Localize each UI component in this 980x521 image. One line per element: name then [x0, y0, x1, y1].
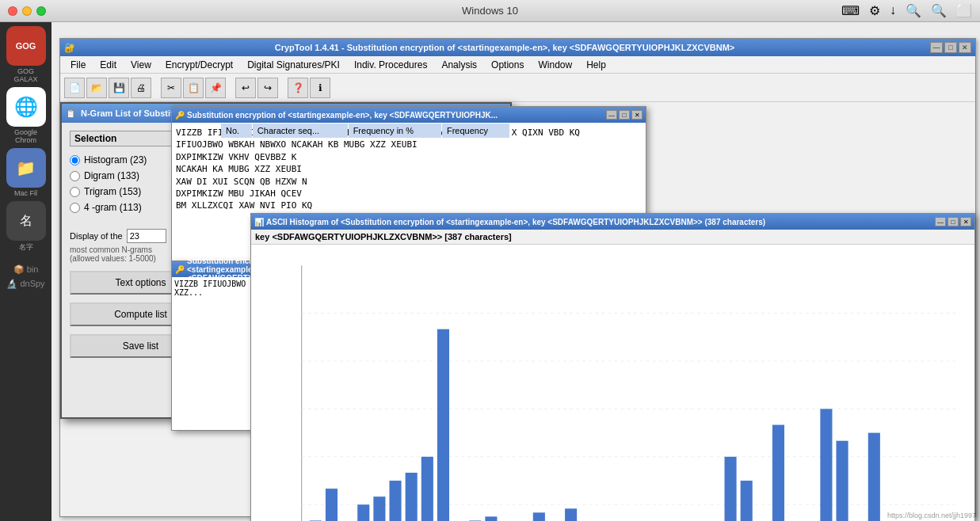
col-freq: Frequency — [441, 124, 509, 139]
cryptool-icon: 🔐 — [64, 43, 75, 53]
minimize-dot[interactable] — [22, 6, 32, 16]
mac-icons: ⌨ ⚙ ↓ 🔍 🔍 ⬜ — [841, 3, 972, 18]
menu-bar: File Edit View Encrypt/Decrypt Digital S… — [60, 56, 975, 74]
toolbar-undo[interactable]: ↩ — [235, 78, 256, 98]
sidebar-item-chrome[interactable]: 🌐 — [6, 87, 46, 127]
svg-rect-21 — [533, 512, 545, 521]
radio-digram-label: Digram (133) — [84, 170, 139, 181]
menu-analysis[interactable]: Analysis — [435, 58, 483, 72]
toolbar-cut[interactable]: ✂ — [161, 78, 181, 98]
sidebar-item-name[interactable]: 名 — [6, 201, 46, 241]
watermark: https://blog.csdn.net/jjh1997 — [887, 511, 976, 519]
histogram-window: 📊 ASCII Histogram of <Substitution encry… — [250, 213, 975, 521]
histogram-header: key <SDFAWGQERTYUIOPHJKLZXCVBNM>> [387 c… — [251, 230, 974, 245]
close-dot[interactable] — [8, 6, 17, 16]
toolbar-open[interactable]: 📂 — [86, 78, 107, 98]
cryptool-minimize[interactable]: — — [930, 42, 943, 53]
svg-rect-10 — [357, 504, 369, 521]
cryptool-maximize[interactable]: □ — [944, 42, 957, 53]
svg-rect-30 — [837, 441, 848, 521]
radio-histogram-label: Histogram (23) — [84, 154, 147, 165]
radio-fourgram-label: 4 -gram (113) — [84, 202, 142, 213]
menu-help[interactable]: Help — [580, 58, 612, 72]
toolbar-copy[interactable]: 📋 — [183, 78, 204, 98]
mac-dots — [8, 6, 46, 16]
col-freq-pct: Frequency in % — [348, 124, 441, 139]
svg-rect-23 — [565, 508, 577, 521]
menu-view[interactable]: View — [124, 58, 158, 72]
enc-title: Substitution encryption of <startingexam… — [187, 111, 604, 120]
cryptool-title: CrypTool 1.4.41 - Substitution encryptio… — [83, 43, 926, 52]
sidebar-label-finder: Mac Fil — [14, 189, 37, 197]
svg-rect-25 — [725, 457, 737, 521]
sidebar-item-dnspy[interactable]: 🔬 dnSpy — [6, 279, 44, 289]
radio-digram-input[interactable] — [70, 171, 80, 181]
enc-minimize[interactable]: — — [606, 110, 617, 120]
histogram-title: ASCII Histogram of <Substitution encrypt… — [266, 218, 932, 226]
svg-rect-26 — [741, 481, 753, 521]
toolbar-new[interactable]: 📄 — [64, 78, 85, 98]
sidebar-item-gog[interactable]: GOG — [6, 26, 46, 66]
sidebar: GOG GOGGALAX 🌐 GoogleChrom 📁 Mac Fil 名 名… — [0, 22, 51, 521]
sidebar-item-bin[interactable]: 📦 bin — [13, 264, 39, 275]
radio-histogram-input[interactable] — [70, 155, 80, 165]
radio-fourgram-input[interactable] — [70, 203, 80, 213]
svg-rect-12 — [390, 481, 402, 521]
toolbar-save[interactable]: 💾 — [109, 78, 129, 98]
svg-rect-18 — [485, 516, 497, 521]
search-icon2[interactable]: 🔍 — [931, 3, 947, 18]
toolbar-paste[interactable]: 📌 — [205, 78, 226, 98]
sidebar-label-chrome: GoogleChrom — [14, 128, 37, 144]
svg-rect-15 — [437, 329, 449, 521]
toolbar: 📄 📂 💾 🖨 ✂ 📋 📌 ↩ ↪ ❓ ℹ — [60, 74, 975, 102]
sidebar-label-name: 名字 — [19, 242, 33, 253]
settings-icon[interactable]: ⚙ — [869, 3, 880, 18]
hist-minimize[interactable]: — — [935, 217, 946, 226]
enc-maximize[interactable]: □ — [619, 110, 630, 120]
histogram-svg: Q S U W Y Value — [251, 249, 974, 521]
svg-rect-14 — [421, 457, 433, 521]
toolbar-redo[interactable]: ↪ — [257, 78, 278, 98]
maximize-dot[interactable] — [36, 6, 46, 16]
menu-options[interactable]: Options — [485, 58, 530, 72]
menu-file[interactable]: File — [64, 58, 92, 72]
sidebar-label-gog: GOGGALAX — [13, 67, 37, 83]
cryptool-controls: — □ ✕ — [930, 42, 971, 53]
toolbar-help[interactable]: ❓ — [288, 78, 308, 98]
keyboard-icon[interactable]: ⌨ — [841, 3, 860, 18]
download-icon[interactable]: ↓ — [890, 3, 896, 18]
histogram-content: key <SDFAWGQERTYUIOPHJKLZXCVBNM>> [387 c… — [251, 230, 974, 521]
mac-topbar: Windows 10 ⌨ ⚙ ↓ 🔍 🔍 ⬜ — [0, 0, 980, 22]
hist-close[interactable]: ✕ — [960, 217, 971, 226]
mac-title: Windows 10 — [462, 5, 518, 17]
radio-trigram-input[interactable] — [70, 187, 80, 197]
menu-encrypt[interactable]: Encrypt/Decrypt — [159, 58, 239, 72]
svg-rect-11 — [373, 496, 385, 521]
menu-indiv[interactable]: Indiv. Procedures — [348, 58, 434, 72]
menu-edit[interactable]: Edit — [93, 58, 123, 72]
col-char: Character seq... — [252, 124, 348, 139]
enc-titlebar: 🔑 Substitution encryption of <startingex… — [172, 107, 646, 123]
screen-icon[interactable]: ⬜ — [956, 3, 972, 18]
search-icon1[interactable]: 🔍 — [906, 3, 921, 18]
menu-digital[interactable]: Digital Signatures/PKI — [241, 58, 346, 72]
cryptool-titlebar: 🔐 CrypTool 1.4.41 - Substitution encrypt… — [60, 39, 975, 56]
enc-close[interactable]: ✕ — [631, 110, 643, 120]
col-no: No. — [221, 124, 253, 139]
cryptool-close[interactable]: ✕ — [959, 42, 971, 53]
svg-rect-8 — [326, 489, 337, 521]
toolbar-info[interactable]: ℹ — [310, 78, 330, 98]
svg-rect-27 — [772, 425, 784, 521]
main-window: 🔐 CrypTool 1.4.41 - Substitution encrypt… — [51, 22, 980, 521]
radio-trigram-label: Trigram (153) — [84, 186, 141, 197]
hist-maximize[interactable]: □ — [948, 217, 959, 226]
svg-rect-29 — [820, 409, 832, 521]
content-area: 🔑 Substitution encryption of <startingex… — [60, 102, 975, 516]
toolbar-print[interactable]: 🖨 — [131, 78, 151, 98]
display-input[interactable] — [127, 229, 166, 243]
menu-window[interactable]: Window — [532, 58, 578, 72]
sidebar-item-finder[interactable]: 📁 — [6, 148, 46, 188]
svg-rect-31 — [868, 433, 880, 521]
cryptool-window: 🔐 CrypTool 1.4.41 - Substitution encrypt… — [59, 38, 976, 517]
svg-rect-13 — [406, 473, 418, 521]
